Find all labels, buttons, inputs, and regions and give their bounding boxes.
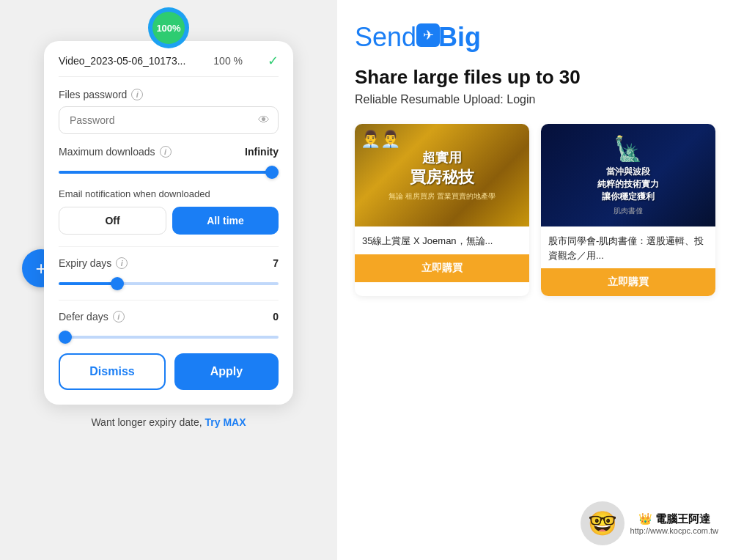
expiry-days-section: Expiry days i 7	[59, 257, 279, 288]
divider-1	[59, 246, 279, 247]
email-notification-label: Email notification when downloaded	[59, 188, 279, 199]
defer-days-value: 0	[273, 311, 279, 323]
max-downloads-section: Maximum downloads i Infinity	[59, 146, 279, 177]
ad-card-2-text: 股市同學會-肌肉書僮：選股邏輯、投資觀念／用...	[541, 226, 715, 262]
ad-card-1-image: 超實用 買房秘技 無論 租房買房 置業買賣的地產學 👨‍💼👨‍💼	[355, 124, 529, 226]
ad-card-1-subtitle-cn: 買房秘技	[410, 166, 474, 188]
progress-badge: 100%	[148, 7, 189, 48]
ad-card-1-decoration: 👨‍💼👨‍💼	[361, 130, 400, 149]
ad-card-1-title-cn: 超實用	[422, 149, 462, 166]
ad-card-2-decoration: 🗽	[614, 135, 643, 163]
divider-2	[59, 300, 279, 301]
try-max-link[interactable]: Try MAX	[205, 416, 246, 428]
check-icon: ✓	[268, 53, 279, 69]
file-percent: 100 %	[213, 55, 243, 67]
ad-card-2-brand: 肌肉書僮	[614, 206, 643, 216]
ad-card-2-buy-button[interactable]: 立即購買	[541, 268, 715, 296]
ad-card-1-text: 35線上賞屋 X Joeman，無論...	[355, 226, 529, 248]
expiry-days-header: Expiry days i 7	[59, 257, 279, 269]
ad-card-2-image: 🗽 當沖與波段純粹的技術實力讓你穩定獲利 肌肉書僮	[541, 124, 715, 226]
defer-days-header: Defer days i 0	[59, 311, 279, 323]
defer-days-label-text: Defer days	[59, 311, 108, 323]
footer-static-text: Want longer expiry date,	[91, 416, 202, 428]
logo-send-text: Send	[355, 22, 416, 53]
max-downloads-slider[interactable]	[59, 171, 279, 174]
ad-card-2: 🗽 當沖與波段純粹的技術實力讓你穩定獲利 肌肉書僮 股市同學會-肌肉書僮：選股邏…	[541, 124, 715, 296]
file-name: Video_2023-05-06_10173...	[59, 55, 185, 67]
password-field-wrap: 👁	[59, 106, 279, 134]
file-row: Video_2023-05-06_10173... 100 % ✓	[59, 53, 279, 77]
password-label: Files password i	[59, 89, 279, 100]
watermark-name: 電腦王阿達	[655, 512, 710, 525]
max-downloads-header: Maximum downloads i Infinity	[59, 146, 279, 158]
sendbig-logo: Send Big	[355, 22, 715, 53]
defer-days-info-icon[interactable]: i	[113, 311, 125, 323]
expiry-days-label: Expiry days i	[59, 257, 128, 269]
apply-button[interactable]: Apply	[174, 353, 279, 390]
max-downloads-label-text: Maximum downloads	[59, 146, 155, 158]
eye-icon[interactable]: 👁	[258, 114, 270, 127]
watermark-avatar: 🤓	[581, 501, 625, 545]
max-downloads-info-icon[interactable]: i	[160, 146, 172, 158]
hero-subtitle: Reliable Resumable Upload: Login	[355, 93, 715, 106]
ad-card-1-buy-button[interactable]: 立即購買	[355, 254, 529, 282]
dismiss-button[interactable]: Dismiss	[59, 353, 166, 390]
watermark: 🤓 👑 電腦王阿達 http://www.kocpc.com.tw	[581, 501, 718, 545]
defer-days-section: Defer days i 0	[59, 311, 279, 342]
expiry-days-value: 7	[273, 257, 279, 269]
expiry-days-info-icon[interactable]: i	[116, 257, 128, 269]
password-info-icon[interactable]: i	[131, 89, 143, 100]
ad-cards-grid: 超實用 買房秘技 無論 租房買房 置業買賣的地產學 👨‍💼👨‍💼 35線上賞屋 …	[355, 124, 715, 296]
watermark-emoji: 🤓	[588, 509, 617, 537]
notification-alltime-button[interactable]: All time	[172, 207, 279, 235]
progress-value: 100%	[152, 12, 185, 44]
expiry-days-slider[interactable]	[59, 282, 279, 285]
action-buttons: Dismiss Apply	[59, 353, 279, 390]
footer-text: Want longer expiry date, Try MAX	[91, 416, 246, 428]
notification-toggle-group: Off All time	[59, 207, 279, 235]
logo-plane-icon	[416, 23, 440, 47]
email-notification-section: Email notification when downloaded Off A…	[59, 188, 279, 235]
max-downloads-value: Infinity	[245, 146, 279, 158]
hero-title: Share large files up to 30	[355, 66, 715, 89]
settings-card: Video_2023-05-06_10173... 100 % ✓ Files …	[44, 41, 293, 405]
password-input[interactable]	[59, 106, 279, 134]
defer-days-slider[interactable]	[59, 336, 279, 339]
watermark-text-block: 👑 電腦王阿達 http://www.kocpc.com.tw	[630, 512, 718, 535]
notification-off-button[interactable]: Off	[59, 207, 166, 235]
ad-card-1: 超實用 買房秘技 無論 租房買房 置業買賣的地產學 👨‍💼👨‍💼 35線上賞屋 …	[355, 124, 529, 296]
max-downloads-label: Maximum downloads i	[59, 146, 172, 158]
defer-days-label: Defer days i	[59, 311, 125, 323]
password-label-text: Files password	[59, 89, 127, 100]
left-panel: 100% + Video_2023-05-06_10173... 100 % ✓…	[0, 0, 337, 560]
ad-card-1-desc: 無論 租房買房 置業買賣的地產學	[388, 191, 496, 202]
expiry-days-label-text: Expiry days	[59, 257, 111, 269]
logo-big-text: Big	[438, 22, 481, 53]
right-panel: Send Big Share large files up to 30 Reli…	[337, 0, 733, 560]
ad-card-2-title-cn: 當沖與波段純粹的技術實力讓你穩定獲利	[593, 166, 663, 203]
watermark-url: http://www.kocpc.com.tw	[630, 526, 718, 535]
watermark-crown: 👑 電腦王阿達	[630, 512, 718, 526]
